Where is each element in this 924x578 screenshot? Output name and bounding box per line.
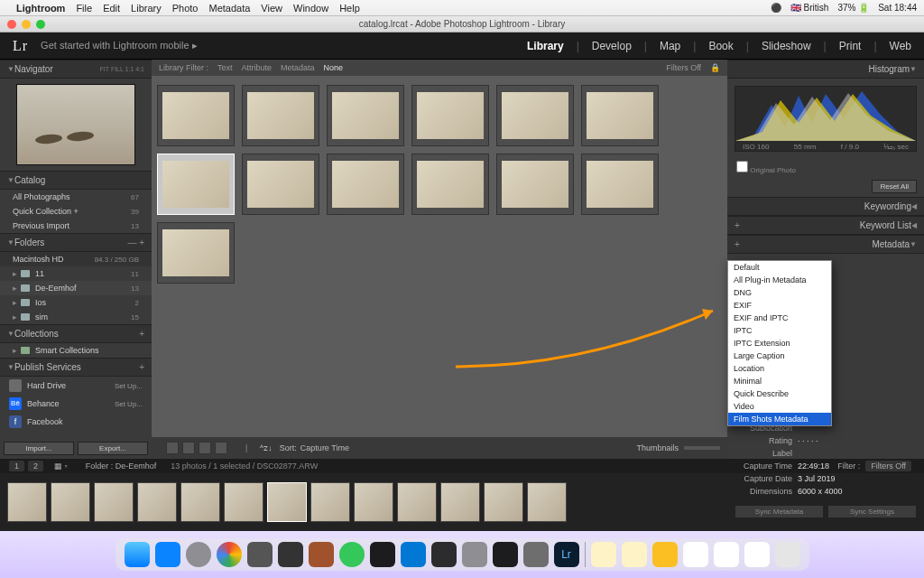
publish-behance[interactable]: BēBehanceSet Up...	[0, 395, 152, 413]
dock-terminal-icon[interactable]	[370, 542, 395, 567]
folder-item[interactable]: ▸sim15	[0, 310, 152, 324]
grid-thumbnail[interactable]	[327, 154, 404, 215]
catalog-all-photographs[interactable]: All Photographs67	[0, 190, 152, 204]
menu-metadata[interactable]: Metadata	[208, 3, 250, 14]
preset-menu-item[interactable]: Location	[728, 362, 831, 375]
filmstrip-thumbnail[interactable]	[310, 482, 350, 522]
grid-thumbnail[interactable]	[411, 154, 489, 215]
filmstrip-thumbnail[interactable]	[51, 482, 90, 522]
filter-lock-icon[interactable]: 🔒	[710, 63, 720, 72]
dock-app-icon[interactable]	[339, 542, 365, 567]
filter-attribute[interactable]: Attribute	[242, 63, 273, 72]
filmstrip-thumbnail[interactable]	[180, 482, 220, 522]
navigator-zoom-modes[interactable]: FIT FILL 1:1 4:1	[100, 66, 144, 72]
metadata-panel-header[interactable]: +Metadata▼	[727, 235, 924, 254]
grid-thumbnail[interactable]	[327, 85, 404, 146]
filmstrip-thumbnail[interactable]	[7, 482, 47, 522]
catalog-panel-header[interactable]: ▼Catalog	[0, 171, 152, 190]
preset-menu-item[interactable]: Default	[728, 261, 831, 274]
grid-thumbnail[interactable]	[581, 85, 659, 146]
folders-volume[interactable]: Macintosh HD84.3 / 250 GB	[0, 252, 152, 266]
preset-menu-item[interactable]: All Plug-in Metadata	[728, 274, 831, 286]
preset-menu-item[interactable]: IPTC	[728, 324, 831, 337]
app-menu[interactable]: Lightroom	[16, 3, 65, 14]
dock-vscode-icon[interactable]	[401, 542, 426, 567]
module-develop[interactable]: Develop	[592, 40, 632, 52]
export-button[interactable]: Export...	[78, 442, 148, 455]
histogram-panel-header[interactable]: Histogram▼	[727, 60, 924, 79]
catalog-previous-import[interactable]: Previous Import13	[0, 219, 152, 233]
import-button[interactable]: Import...	[4, 442, 74, 455]
dock-settings-icon[interactable]	[247, 542, 273, 567]
dock-window-icon[interactable]	[714, 542, 739, 567]
wifi-icon[interactable]: ⚫	[771, 3, 781, 13]
dock-app-icon[interactable]	[309, 542, 334, 567]
filmstrip-thumbnail[interactable]	[527, 482, 567, 522]
dock-app-icon[interactable]	[652, 542, 678, 567]
preset-menu-item[interactable]: Film Shots Metadata	[728, 413, 831, 425]
publish-panel-header[interactable]: ▼Publish Services+	[0, 358, 152, 377]
grid-thumbnail[interactable]	[496, 154, 574, 215]
keyword-list-panel-header[interactable]: +Keyword List◀	[727, 216, 924, 235]
preset-menu-item[interactable]: DNG	[728, 286, 831, 299]
grid-thumbnail[interactable]	[496, 85, 574, 146]
filmstrip-thumbnail[interactable]	[397, 482, 437, 522]
filter-text[interactable]: Text	[217, 63, 233, 72]
page-2[interactable]: 2	[28, 461, 43, 471]
preset-menu-item[interactable]: EXIF	[728, 299, 831, 312]
filmstrip-thumbnail[interactable]	[137, 482, 177, 522]
filter-none[interactable]: None	[324, 63, 344, 72]
grid-thumbnail[interactable]	[411, 85, 489, 146]
sort-dropdown[interactable]: Capture Time	[300, 443, 349, 452]
module-print[interactable]: Print	[839, 40, 862, 52]
catalog-quick-collection[interactable]: Quick Collection +39	[0, 204, 152, 219]
preset-menu-item[interactable]: Minimal	[728, 375, 831, 387]
sync-settings-button[interactable]: Sync Settings	[827, 505, 917, 518]
sort-direction-icon[interactable]: ᴬᴢ↓	[260, 443, 273, 452]
collections-panel-header[interactable]: ▼Collections+	[0, 324, 152, 343]
close-window-button[interactable]	[7, 20, 16, 29]
preset-menu-item[interactable]: IPTC Extension	[728, 337, 831, 350]
dock-chrome-icon[interactable]	[217, 542, 242, 567]
folder-item[interactable]: ▸Ios2	[0, 295, 152, 310]
sync-metadata-button[interactable]: Sync Metadata	[735, 505, 824, 518]
breadcrumb[interactable]: Folder : De-Eemhof	[86, 461, 157, 471]
lang-indicator[interactable]: 🇬🇧 British	[790, 3, 829, 13]
filter-metadata[interactable]: Metadata	[281, 63, 315, 72]
folder-item[interactable]: ▸1111	[0, 266, 152, 281]
dock-window-icon[interactable]	[744, 542, 770, 567]
grid-thumbnail[interactable]	[157, 222, 235, 284]
menu-library[interactable]: Library	[131, 3, 162, 14]
original-photo-checkbox[interactable]	[736, 161, 748, 172]
module-library[interactable]: Library	[527, 40, 564, 52]
dock-app-icon[interactable]	[431, 542, 457, 567]
dock-app-icon[interactable]	[493, 542, 518, 567]
histogram[interactable]: ISO 160 55 mm f / 9.0 ¹⁄₁₂₅ sec	[735, 86, 917, 152]
dock-launchpad-icon[interactable]	[186, 542, 211, 567]
folder-item-selected[interactable]: ▸De-Eemhof13	[0, 281, 152, 295]
lightroom-mobile-link[interactable]: Get started with Lightroom mobile ▸	[41, 40, 198, 51]
thumbnail-size-slider[interactable]	[684, 446, 720, 450]
menu-file[interactable]: File	[76, 3, 92, 14]
navigator-panel-header[interactable]: ▼Navigator FIT FILL 1:1 4:1	[0, 60, 152, 79]
filmstrip-thumbnail[interactable]	[224, 482, 263, 522]
dock-appstore-icon[interactable]	[155, 542, 180, 567]
folders-panel-header[interactable]: ▼Folders— +	[0, 233, 152, 252]
menu-edit[interactable]: Edit	[103, 3, 120, 14]
menu-help[interactable]: Help	[339, 3, 360, 14]
publish-hard-drive[interactable]: Hard DriveSet Up...	[0, 377, 152, 395]
filters-off-toggle[interactable]: Filters Off	[666, 63, 701, 72]
smart-collections[interactable]: ▸Smart Collections	[0, 343, 152, 358]
grid-icon[interactable]: ▦ ▫	[54, 461, 68, 471]
menu-view[interactable]: View	[261, 3, 282, 14]
dock-folder-icon[interactable]	[591, 542, 616, 567]
minimize-window-button[interactable]	[22, 20, 31, 29]
grid-thumbnail[interactable]	[157, 154, 235, 215]
grid-thumbnail[interactable]	[242, 154, 319, 215]
battery-indicator[interactable]: 37% 🔋	[837, 3, 869, 13]
module-slideshow[interactable]: Slideshow	[762, 40, 811, 52]
grid-thumbnail[interactable]	[242, 85, 319, 146]
navigator-preview[interactable]	[16, 84, 135, 165]
filmstrip-thumbnail[interactable]	[267, 482, 307, 522]
menu-window[interactable]: Window	[293, 3, 328, 14]
